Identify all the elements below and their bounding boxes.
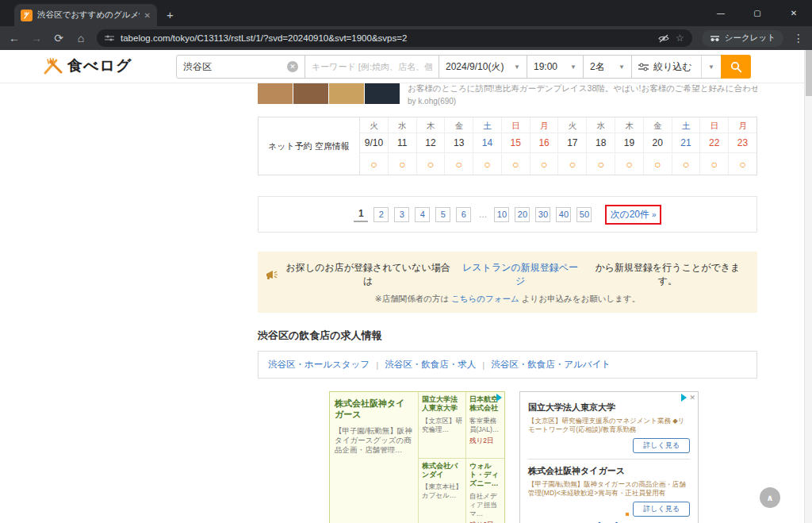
vacancy-slot-link[interactable]: ○ — [587, 153, 615, 175]
clear-area-icon[interactable]: ✕ — [287, 61, 298, 72]
vacancy-day: 月 — [729, 117, 756, 133]
vacancy-available-mark: ○ — [512, 158, 519, 171]
page-link[interactable]: 4 — [415, 207, 430, 222]
ad-close-icon[interactable]: ✕ — [689, 394, 695, 402]
vacancy-slot-link[interactable]: ○ — [530, 153, 558, 175]
vacancy-slot-link[interactable]: ○ — [558, 153, 586, 175]
vacancy-date: 18 — [587, 133, 615, 153]
vacancy-available-mark: ○ — [427, 158, 434, 171]
vacancy-column: 金 13 ○ — [444, 117, 473, 175]
page-link[interactable]: 40 — [556, 207, 571, 222]
job-link[interactable]: 渋谷区・飲食店・求人 — [385, 359, 476, 371]
vacancy-slot-link[interactable]: ○ — [360, 153, 388, 175]
browser-toolbar: ← → ⟳ ⌂ tabelog.com/tokyo/C13113/rstLst/… — [0, 26, 812, 50]
page-link[interactable]: 30 — [535, 207, 550, 222]
pagination-ellipsis: … — [478, 210, 487, 219]
page-link[interactable]: 10 — [494, 207, 509, 222]
page-current: 1 — [354, 207, 368, 222]
review-byline[interactable]: by k.ohg(690) — [408, 97, 757, 106]
vacancy-slot-link[interactable]: ○ — [615, 153, 643, 175]
ad-company: 株式会社バンダイ — [422, 462, 462, 480]
window-minimize-button[interactable]: — — [703, 9, 739, 17]
vacancy-column: 金 20 ○ — [643, 117, 672, 175]
address-bar[interactable]: tabelog.com/tokyo/C13113/rstLst/1/?svd=2… — [97, 29, 692, 47]
page-link[interactable]: 6 — [456, 207, 471, 222]
vacancy-slot-link[interactable]: ○ — [445, 153, 473, 175]
ad-cell[interactable]: 株式会社バンダイ 【東京本社】カプセル… — [419, 459, 466, 523]
time-select[interactable]: 19:00 ▼ — [527, 55, 584, 79]
tab-close-icon[interactable]: ✕ — [144, 11, 151, 20]
vacancy-slot-link[interactable]: ○ — [644, 153, 672, 175]
vacancy-slot-link[interactable]: ○ — [389, 153, 416, 175]
reload-button-icon[interactable]: ⟳ — [52, 32, 65, 44]
vacancy-day: 金 — [644, 117, 672, 133]
browser-tab[interactable]: 渋谷区でおすすめのグルメ情報をご ✕ — [14, 4, 157, 26]
ad-days-left: 残り6日 — [469, 521, 501, 523]
adchoices-icon[interactable] — [681, 394, 687, 402]
vacancy-slot-link[interactable]: ○ — [473, 153, 501, 175]
page-link[interactable]: 20 — [515, 207, 530, 222]
vacancy-date: 16 — [530, 133, 558, 153]
notice-text: よりお申込みをお願いします。 — [522, 294, 640, 303]
ad-doda-list[interactable]: ✕ 国立大学法人東京大学 【文京区】研究倫理支援系のマネジメント業務 ◆リモート… — [519, 391, 699, 523]
forward-button-icon[interactable]: → — [30, 32, 43, 44]
bookmark-star-icon[interactable]: ☆ — [676, 33, 684, 44]
vacancy-column: 火 9/10 ○ — [360, 117, 388, 175]
browser-menu-icon[interactable]: ⋮ — [793, 32, 804, 44]
home-button-icon[interactable]: ⌂ — [75, 32, 87, 44]
restaurant-photo-thumbnail[interactable] — [365, 83, 400, 104]
ad-doda-carousel[interactable]: 株式会社阪神タイガース 【甲子園/転勤無】阪神タイガースグッズの商品企画・店舗管… — [329, 391, 505, 523]
ad-cell[interactable]: 株式会社阪神タイガース 【甲子園/転勤無】阪神タイガースグッズの商品企画・店舗管… — [330, 392, 419, 523]
window-close-button[interactable]: ✕ — [776, 9, 812, 17]
keyword-field[interactable] — [304, 55, 439, 79]
page-link[interactable]: 5 — [435, 207, 450, 222]
link-separator: | — [376, 360, 378, 370]
owner-form-link[interactable]: こちらのフォーム — [451, 294, 519, 303]
tabelog-logo[interactable]: 食べログ — [43, 56, 132, 76]
page-link[interactable]: 50 — [576, 207, 592, 222]
restaurant-photo-thumbnail[interactable] — [329, 83, 364, 104]
vacancy-slot-link[interactable]: ○ — [502, 153, 530, 175]
back-button-icon[interactable]: ← — [8, 32, 21, 44]
ad-item[interactable]: 国立大学法人東京大学 【文京区】研究倫理支援系のマネジメント業務 ◆リモートワー… — [528, 402, 690, 453]
pagination: 1 2 3 4 5 6 … 10 20 30 40 50 次の20件 » — [258, 196, 757, 233]
jobs-section-title: 渋谷区の飲食店の求人情報 — [258, 329, 757, 343]
scrollbar-thumb[interactable] — [806, 50, 812, 96]
restaurant-photo-thumbnail[interactable] — [258, 83, 293, 104]
ad-choices[interactable] — [496, 394, 502, 402]
ad-cell[interactable]: ウォルト・ディズニー… 自社メディア担当マ… 残り6日 — [466, 459, 504, 523]
page-link[interactable]: 3 — [394, 207, 409, 222]
page-link[interactable]: 2 — [373, 207, 389, 222]
ad-item[interactable]: 株式会社阪神タイガース 【甲子園/転勤無】阪神タイガースの商品企画・店舗管理(M… — [528, 465, 690, 517]
incognito-label: シークレット — [725, 33, 776, 44]
page-scrollbar[interactable] — [804, 50, 812, 523]
eye-off-icon[interactable] — [658, 34, 669, 43]
party-value: 2名 — [590, 60, 605, 74]
scroll-to-top-button[interactable]: ∧ — [760, 487, 780, 508]
window-maximize-button[interactable]: ▢ — [739, 9, 776, 17]
search-button[interactable] — [721, 55, 751, 79]
vacancy-slot-link[interactable]: ○ — [729, 153, 756, 175]
next-20-link[interactable]: 次の20件 — [610, 208, 649, 221]
keyword-input[interactable] — [305, 56, 439, 78]
job-link[interactable]: 渋谷区・ホールスタッフ — [268, 359, 370, 371]
ad-detail-button[interactable]: 詳しく見る — [633, 502, 690, 517]
vacancy-date: 11 — [389, 133, 416, 153]
ad-cell[interactable]: 国立大学法人東京大学 【文京区】研究倫理… — [419, 392, 466, 459]
filter-button[interactable]: 絞り込む ▼ — [631, 55, 722, 79]
job-link[interactable]: 渋谷区・飲食店・アルバイト — [491, 359, 611, 371]
vacancy-slot-link[interactable]: ○ — [417, 153, 445, 175]
adchoices-icon[interactable] — [496, 394, 502, 402]
vacancy-slot-link[interactable]: ○ — [700, 153, 728, 175]
party-size-select[interactable]: 2名 ▼ — [583, 55, 632, 79]
site-settings-icon[interactable] — [105, 34, 114, 42]
register-page-link[interactable]: レストランの新規登録ページ — [458, 261, 583, 288]
vacancy-slot-link[interactable]: ○ — [672, 153, 700, 175]
restaurant-photo-thumbnail[interactable] — [293, 83, 328, 104]
area-field[interactable]: 渋谷区 ✕ — [176, 55, 305, 79]
new-tab-button[interactable]: + — [167, 8, 174, 21]
date-select[interactable]: 2024/9/10(火) ▼ — [439, 55, 527, 79]
ad-detail-button[interactable]: 詳しく見る — [633, 438, 690, 453]
url-text[interactable]: tabelog.com/tokyo/C13113/rstLst/1/?svd=2… — [121, 33, 652, 43]
ad-cell[interactable]: 日本航空株式会社 客室乗務員(JAL)… 残り2日 — [466, 392, 504, 459]
